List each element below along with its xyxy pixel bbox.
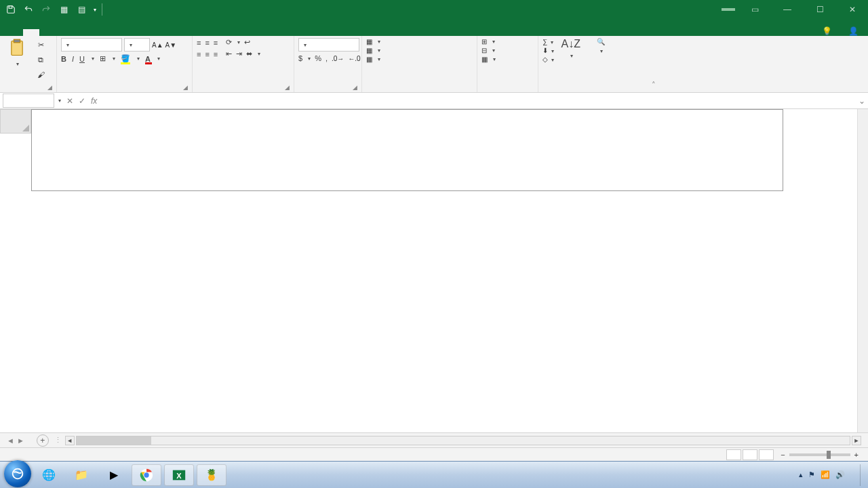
increase-font-icon[interactable]: A▲ bbox=[152, 41, 163, 49]
scroll-left-icon[interactable]: ◄ bbox=[65, 436, 75, 445]
align-bottom-icon[interactable]: ≡ bbox=[214, 39, 218, 47]
tray-volume-icon[interactable]: 🔊 bbox=[835, 470, 845, 479]
autosum-button[interactable]: ∑ ▾ bbox=[542, 38, 554, 45]
border-button[interactable]: ⊞ bbox=[100, 54, 106, 63]
start-button[interactable] bbox=[4, 460, 31, 487]
underline-button[interactable]: U bbox=[79, 55, 85, 63]
scroll-right-icon[interactable]: ► bbox=[852, 436, 861, 445]
dialog-launcher-icon[interactable]: ◢ bbox=[47, 84, 52, 91]
taskbar-explorer-icon[interactable]: 📁 bbox=[66, 464, 96, 486]
align-middle-icon[interactable]: ≡ bbox=[205, 39, 209, 47]
align-left-icon[interactable]: ≡ bbox=[197, 50, 201, 58]
italic-button[interactable]: I bbox=[72, 55, 74, 63]
merge-center-icon[interactable]: ⬌ bbox=[246, 49, 252, 58]
close-button[interactable]: ✕ bbox=[840, 0, 865, 19]
clear-button[interactable]: ◇ ▾ bbox=[542, 56, 554, 63]
qat-item[interactable]: ▤ bbox=[75, 3, 88, 16]
font-name-select[interactable]: ▾ bbox=[61, 38, 122, 52]
conditional-formatting-button[interactable]: ▦ ▾ bbox=[366, 38, 380, 45]
expand-formula-bar-icon[interactable]: ⌄ bbox=[856, 96, 868, 106]
fill-color-button[interactable]: 🪣 bbox=[121, 54, 130, 63]
decrease-decimal-icon[interactable]: ←.0 bbox=[348, 55, 360, 62]
taskbar-excel-icon[interactable]: X bbox=[164, 464, 194, 486]
tab-form[interactable] bbox=[39, 29, 56, 36]
bold-button[interactable]: B bbox=[61, 55, 66, 63]
taskbar-app-icon[interactable]: 🍍 bbox=[197, 464, 226, 486]
tab-help[interactable] bbox=[218, 29, 235, 36]
align-center-icon[interactable]: ≡ bbox=[205, 50, 209, 58]
find-select-button[interactable]: 🔍 ▾ bbox=[588, 38, 614, 54]
taskbar-chrome-icon[interactable] bbox=[132, 464, 161, 486]
delete-cells-button[interactable]: ⊟ ▾ bbox=[481, 47, 495, 54]
paste-button[interactable]: ▾ bbox=[4, 38, 30, 67]
tab-home[interactable] bbox=[23, 29, 39, 36]
format-as-table-button[interactable]: ▦ ▾ bbox=[366, 47, 380, 54]
tab-review[interactable] bbox=[137, 29, 153, 36]
zoom-in-button[interactable]: + bbox=[854, 451, 859, 459]
taskbar-media-icon[interactable]: ▶ bbox=[99, 464, 129, 486]
insert-cells-button[interactable]: ⊞ ▾ bbox=[481, 38, 495, 45]
comma-button[interactable]: , bbox=[326, 54, 328, 62]
zoom-out-button[interactable]: − bbox=[781, 451, 785, 459]
qat-item[interactable]: ▦ bbox=[57, 3, 71, 16]
tray-chevron-icon[interactable]: ▴ bbox=[799, 470, 803, 479]
tab-formulas[interactable] bbox=[104, 29, 121, 36]
redo-icon[interactable] bbox=[39, 3, 53, 16]
tab-draw[interactable] bbox=[72, 29, 88, 36]
undo-icon[interactable] bbox=[22, 3, 35, 16]
decrease-font-icon[interactable]: A▼ bbox=[165, 41, 177, 49]
orientation-icon[interactable]: ⟳ bbox=[226, 38, 232, 47]
percent-button[interactable]: % bbox=[315, 54, 321, 62]
share-button[interactable]: 👤 bbox=[848, 26, 861, 36]
sheet-nav-prev-icon[interactable]: ◄ bbox=[7, 436, 14, 445]
format-painter-icon[interactable]: 🖌 bbox=[34, 68, 47, 81]
align-top-icon[interactable]: ≡ bbox=[197, 39, 201, 47]
worksheet-grid[interactable] bbox=[0, 109, 868, 432]
format-cells-button[interactable]: ▦ ▾ bbox=[481, 56, 496, 63]
decrease-indent-icon[interactable]: ⇤ bbox=[226, 49, 232, 58]
copy-icon[interactable]: ⧉ bbox=[34, 53, 47, 66]
enter-icon[interactable]: ✓ bbox=[79, 96, 85, 106]
page-layout-view-button[interactable] bbox=[743, 449, 757, 460]
number-format-select[interactable]: ▾ bbox=[298, 38, 359, 52]
currency-button[interactable]: $ bbox=[298, 54, 302, 62]
formula-input[interactable] bbox=[102, 100, 856, 102]
cut-icon[interactable]: ✂ bbox=[34, 38, 47, 52]
increase-decimal-icon[interactable]: .0→ bbox=[332, 55, 344, 62]
tab-file[interactable] bbox=[7, 29, 23, 36]
tray-flag-icon[interactable]: ⚑ bbox=[808, 470, 815, 479]
vertical-scrollbar[interactable] bbox=[857, 109, 868, 432]
tab-data[interactable] bbox=[121, 29, 137, 36]
ribbon-options-icon[interactable]: ▭ bbox=[742, 0, 768, 19]
zoom-slider[interactable] bbox=[789, 453, 850, 456]
normal-view-button[interactable] bbox=[726, 449, 741, 460]
taskbar-ie-icon[interactable]: 🌐 bbox=[34, 464, 64, 486]
new-sheet-button[interactable]: + bbox=[37, 434, 49, 447]
page-break-view-button[interactable] bbox=[759, 449, 774, 460]
tab-kutools-plus[interactable] bbox=[202, 29, 218, 36]
font-color-button[interactable]: A bbox=[145, 55, 151, 63]
align-right-icon[interactable]: ≡ bbox=[214, 50, 218, 58]
save-icon[interactable] bbox=[4, 3, 18, 16]
wrap-text-icon[interactable]: ↩ bbox=[244, 38, 250, 47]
cancel-icon[interactable]: ✕ bbox=[66, 96, 73, 106]
cell-styles-button[interactable]: ▦ ▾ bbox=[366, 56, 380, 63]
fx-icon[interactable]: fx bbox=[91, 96, 97, 106]
minimize-button[interactable]: — bbox=[774, 0, 800, 19]
fill-button[interactable]: ⬇ ▾ bbox=[542, 47, 554, 54]
increase-indent-icon[interactable]: ⇥ bbox=[236, 49, 242, 58]
name-box[interactable] bbox=[3, 94, 54, 108]
select-all-corner[interactable] bbox=[0, 109, 31, 134]
sort-filter-button[interactable]: A↓Z ▾ bbox=[558, 38, 584, 59]
dialog-launcher-icon[interactable]: ◢ bbox=[183, 84, 188, 91]
sign-in-button[interactable] bbox=[722, 8, 735, 11]
tab-page-layout[interactable] bbox=[88, 29, 104, 36]
horizontal-scrollbar[interactable]: ◄ ► bbox=[58, 436, 868, 445]
dialog-launcher-icon[interactable]: ◢ bbox=[285, 84, 290, 91]
maximize-button[interactable]: ☐ bbox=[807, 0, 833, 19]
tab-developer[interactable] bbox=[170, 29, 186, 36]
font-size-select[interactable]: ▾ bbox=[124, 38, 150, 52]
tab-insert[interactable] bbox=[56, 29, 72, 36]
tab-kutools[interactable] bbox=[186, 29, 202, 36]
dialog-launcher-icon[interactable]: ◢ bbox=[353, 84, 357, 91]
